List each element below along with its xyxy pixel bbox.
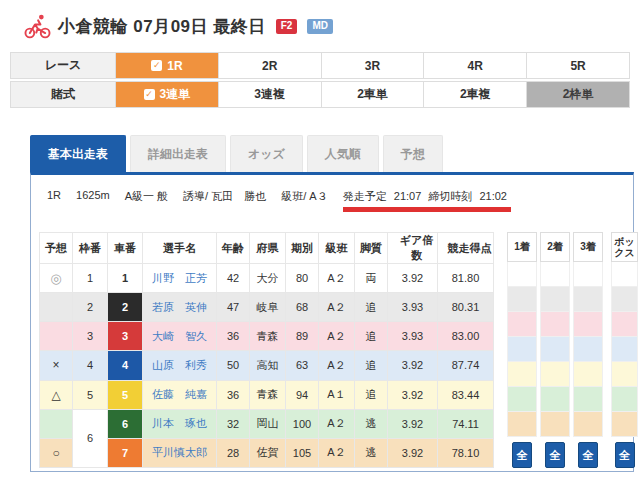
car-number: 2 <box>108 293 143 322</box>
place-2-cell[interactable] <box>540 312 570 337</box>
rider-name-link[interactable]: 平川慎太郎 <box>152 446 207 458</box>
place-3-cell[interactable] <box>573 412 603 437</box>
place-1-cell[interactable] <box>507 262 537 287</box>
place-1-cell[interactable] <box>507 362 537 387</box>
rider-class: A２ <box>319 293 355 322</box>
race-option-4R[interactable]: 4R <box>423 53 526 78</box>
race-option-1R[interactable]: ✓1R <box>115 53 218 78</box>
box-select-all-button[interactable]: 全 <box>615 442 635 468</box>
rider-name: 平川慎太郎 <box>143 438 217 467</box>
option-label: 2車単 <box>357 86 388 103</box>
bet-type-option-2車複[interactable]: 2車複 <box>423 82 526 107</box>
race-bet-selector: レース✓1R2R3R4R5R賭式✓3連単3連複2車単2車複2枠単 <box>10 52 630 108</box>
bet-type-option-2枠単[interactable]: 2枠単 <box>526 82 629 107</box>
place-2-cell[interactable] <box>540 362 570 387</box>
start-list-panel: 1R 1625m A級一 般 誘導/ 瓦田 勝也 級班/ A３ 発走予定 21:… <box>30 172 634 472</box>
rider-term: 80 <box>286 264 319 293</box>
place-1-cell[interactable] <box>507 312 537 337</box>
car-number: 5 <box>108 380 143 409</box>
place-2-cell[interactable] <box>540 412 570 437</box>
checked-checkbox-icon: ✓ <box>151 60 162 71</box>
box-cell[interactable] <box>611 337 638 362</box>
rider-name: 川本 琢也 <box>143 409 217 438</box>
place-1-select-all-button[interactable]: 全 <box>512 442 532 468</box>
race-option-3R[interactable]: 3R <box>321 53 424 78</box>
box-cell[interactable] <box>611 287 638 312</box>
rider-name-link[interactable]: 川野 正芳 <box>152 272 207 284</box>
race-info: 1R 1625m A級一 般 誘導/ 瓦田 勝也 級班/ A３ 発走予定 21:… <box>47 189 627 212</box>
rider-prefecture: 岡山 <box>250 409 286 438</box>
column-header: 予想 <box>40 233 73 264</box>
place-1-cell[interactable] <box>507 287 537 312</box>
rider-term: 100 <box>286 409 319 438</box>
rider-name-link[interactable]: 山原 利秀 <box>152 359 207 371</box>
place-2-cell[interactable] <box>540 287 570 312</box>
place-3-cell[interactable] <box>573 387 603 412</box>
place-3-cell[interactable] <box>573 287 603 312</box>
rider-name: 佐藤 純嘉 <box>143 380 217 409</box>
place-3-cell[interactable] <box>573 312 603 337</box>
prediction-mark: ◎ <box>40 264 73 293</box>
bet-type-option-2車単[interactable]: 2車単 <box>321 82 424 107</box>
place-3-cell[interactable] <box>573 337 603 362</box>
place-3-select-all-button[interactable]: 全 <box>578 442 598 468</box>
box-cell[interactable] <box>611 312 638 337</box>
rider-age: 36 <box>217 322 250 351</box>
place-2-select-all-button[interactable]: 全 <box>545 442 565 468</box>
place-3-cell[interactable] <box>573 362 603 387</box>
rider-name-link[interactable]: 若原 英伸 <box>152 301 207 313</box>
box-column: ボックス全 <box>611 232 638 468</box>
prediction-mark <box>40 322 73 351</box>
box-cell[interactable] <box>611 387 638 412</box>
tab-1[interactable]: 詳細出走表 <box>130 135 226 172</box>
race-row: レース✓1R2R3R4R5R <box>10 52 630 79</box>
rider-prefecture: 青森 <box>250 380 286 409</box>
table-row: 66川本 琢也32岡山100A２逃3.9274.11 <box>40 409 494 438</box>
table-row: △55佐藤 純嘉36青森94A１追3.9283.44 <box>40 380 494 409</box>
race-option-5R[interactable]: 5R <box>526 53 629 78</box>
place-1-cell[interactable] <box>507 337 537 362</box>
box-cell[interactable] <box>611 262 638 287</box>
option-label: 3R <box>365 59 380 73</box>
bet-grid: 1着全2着全3着全ボックス全 <box>507 232 638 468</box>
tab-4[interactable]: 予想 <box>383 135 443 172</box>
table-row: 22若原 英伸47岐阜68A２追3.9380.31 <box>40 293 494 322</box>
option-label: 4R <box>468 59 483 73</box>
rider-class: A２ <box>319 409 355 438</box>
place-2-cell[interactable] <box>540 387 570 412</box>
tab-2[interactable]: オッズ <box>230 135 303 172</box>
gear-ratio: 3.92 <box>388 380 438 409</box>
rider-style: 追 <box>355 380 388 409</box>
column-header: 競走得点 <box>438 233 494 264</box>
rider-name-link[interactable]: 川本 琢也 <box>152 417 207 429</box>
place-3-cell[interactable] <box>573 262 603 287</box>
place-2-cell[interactable] <box>540 337 570 362</box>
bet-type-option-3連単[interactable]: ✓3連単 <box>115 82 218 107</box>
place-2-cell[interactable] <box>540 262 570 287</box>
column-header: ギア倍数 <box>388 233 438 264</box>
car-number: 3 <box>108 322 143 351</box>
place-1-cell[interactable] <box>507 387 537 412</box>
box-cell[interactable] <box>611 412 638 437</box>
selector-row-label: レース <box>11 53 115 78</box>
bet-type-option-3連複[interactable]: 3連複 <box>218 82 321 107</box>
gear-ratio: 3.92 <box>388 264 438 293</box>
box-cell[interactable] <box>611 362 638 387</box>
column-header: 枠番 <box>73 233 108 264</box>
rider-name-link[interactable]: 佐藤 純嘉 <box>152 388 207 400</box>
place-1-cell[interactable] <box>507 412 537 437</box>
table-row: ×44山原 利秀50高知63A２追3.9287.74 <box>40 351 494 380</box>
start-close-times: 発走予定 21:07 締切時刻 21:02 <box>343 189 511 212</box>
tab-0[interactable]: 基本出走表 <box>30 135 126 172</box>
rider-name-link[interactable]: 大崎 智久 <box>152 330 207 342</box>
column-header: 選手名 <box>143 233 217 264</box>
column-header: 府県 <box>250 233 286 264</box>
prediction-mark <box>40 293 73 322</box>
tab-3[interactable]: 人気順 <box>307 135 379 172</box>
rider-class: A２ <box>319 351 355 380</box>
race-score: 87.74 <box>438 351 494 380</box>
rider-style: 追 <box>355 293 388 322</box>
frame-number: 4 <box>73 351 108 380</box>
race-option-2R[interactable]: 2R <box>218 53 321 78</box>
rider-style: 逃 <box>355 409 388 438</box>
